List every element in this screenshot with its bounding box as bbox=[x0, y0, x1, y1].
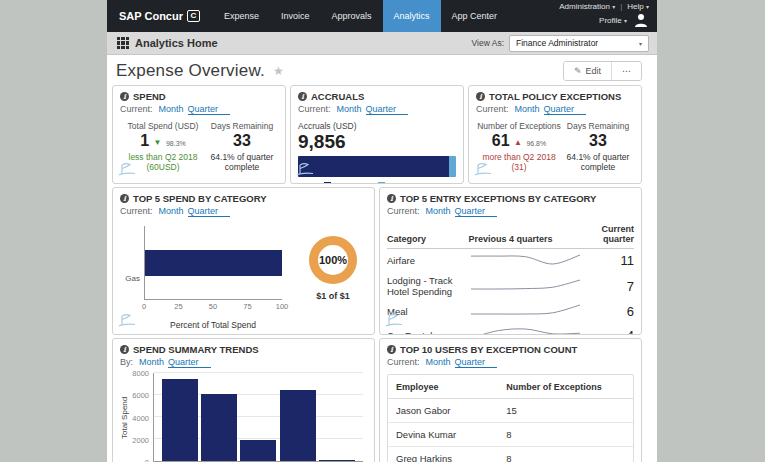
accruals-label: Accruals (USD) bbox=[298, 121, 456, 131]
days-remaining-metric: Days Remaining 33 64.1% of quarter compl… bbox=[562, 121, 634, 172]
table-row: Lodging - Track Hotel Spending7 bbox=[387, 273, 634, 300]
period-selector: Current:MonthQuarter bbox=[120, 104, 278, 116]
period-option-month[interactable]: Month bbox=[426, 357, 451, 367]
policy-delta-pct: 96.8% bbox=[526, 140, 546, 147]
apps-grid-icon[interactable] bbox=[117, 37, 129, 49]
analytics-home-bar: Analytics Home View As: Finance Administ… bbox=[107, 32, 657, 55]
edit-button[interactable]: ✎ Edit bbox=[564, 62, 611, 80]
donut-ring: 100% bbox=[309, 236, 357, 284]
legend-swatch bbox=[324, 182, 331, 184]
exception-count-cell: 8 bbox=[498, 423, 633, 447]
sparkline-cell bbox=[468, 273, 587, 300]
period-option-quarter[interactable]: Quarter bbox=[455, 206, 498, 217]
info-icon[interactable]: i bbox=[387, 345, 396, 354]
period-selector: Current:MonthQuarter bbox=[120, 206, 367, 218]
tab-invoice[interactable]: Invoice bbox=[270, 0, 321, 32]
administration-menu[interactable]: Administration ▾ bbox=[559, 2, 615, 11]
top-nav: SAP Concur C ExpenseInvoiceApprovalsAnal… bbox=[107, 0, 657, 32]
card-top10-users-title: TOP 10 USERS BY EXCEPTION COUNT bbox=[400, 344, 577, 355]
info-icon[interactable]: i bbox=[476, 92, 485, 101]
table-row: Jason Gabor15 bbox=[388, 399, 633, 423]
trend-sparkline bbox=[468, 325, 583, 335]
trend-sparkline bbox=[468, 251, 583, 267]
y-tick-8000: 8000 bbox=[132, 369, 149, 378]
desktop-background: SAP Concur C ExpenseInvoiceApprovalsAnal… bbox=[0, 0, 765, 462]
y-tick-4000: 4000 bbox=[132, 413, 149, 422]
accruals-legend: ApprovedUnsubmitted bbox=[298, 181, 456, 184]
page-actions: ✎ Edit ⋯ bbox=[563, 61, 642, 81]
days-remaining-label: Days Remaining bbox=[562, 121, 634, 131]
period-option-month[interactable]: Month bbox=[426, 206, 451, 216]
card-trends-title: SPEND SUMMARY TRENDS bbox=[133, 344, 259, 355]
trend-bar-3 bbox=[240, 440, 276, 461]
period-option-quarter[interactable]: Quarter bbox=[544, 104, 587, 115]
view-as-select[interactable]: Finance Administrator ▾ bbox=[509, 35, 649, 52]
period-option-month[interactable]: Month bbox=[337, 104, 362, 114]
period-option-month[interactable]: Month bbox=[159, 206, 184, 216]
period-label: By: bbox=[120, 357, 133, 367]
period-selector: Current:MonthQuarter bbox=[476, 104, 634, 116]
current-quarter-cell: 6 bbox=[587, 299, 634, 323]
period-option-quarter[interactable]: Quarter bbox=[168, 357, 211, 368]
ellipsis-icon: ⋯ bbox=[622, 66, 631, 76]
column-header-employee: Employee bbox=[388, 375, 498, 399]
table-row: Car Rental4 bbox=[387, 323, 634, 335]
exceptions-label: Number of Exceptions bbox=[476, 121, 562, 131]
triangle-up-icon: ▲ bbox=[514, 138, 522, 147]
category-axis-label: Gas bbox=[122, 274, 144, 283]
x-tick-75: 75 bbox=[243, 302, 251, 311]
profile-avatar-icon[interactable] bbox=[633, 12, 649, 28]
legend-label: Unsubmitted bbox=[388, 181, 430, 184]
period-option-month[interactable]: Month bbox=[139, 357, 164, 367]
caret-down-icon: ▾ bbox=[624, 18, 627, 24]
info-icon[interactable]: i bbox=[120, 92, 129, 101]
period-selector: By:MonthQuarter bbox=[120, 357, 367, 369]
y-axis-ticks: 02000400060008000 bbox=[129, 373, 153, 462]
caret-down-icon: ▾ bbox=[612, 4, 615, 10]
profile-menu[interactable]: Profile ▾ bbox=[599, 16, 627, 25]
trends-bars bbox=[154, 373, 363, 461]
tab-approvals[interactable]: Approvals bbox=[321, 0, 383, 32]
current-quarter-cell: 4 bbox=[587, 323, 634, 335]
tab-app-center[interactable]: App Center bbox=[441, 0, 509, 32]
card-top5-spend-title: TOP 5 SPEND BY CATEGORY bbox=[133, 193, 267, 204]
period-selector: Current:MonthQuarter bbox=[298, 104, 456, 116]
period-option-quarter[interactable]: Quarter bbox=[366, 104, 409, 115]
info-icon[interactable]: i bbox=[387, 194, 396, 203]
info-icon[interactable]: i bbox=[120, 345, 129, 354]
nav-tabs: ExpenseInvoiceApprovalsAnalyticsApp Cent… bbox=[213, 0, 508, 32]
card-spend-title: SPEND bbox=[133, 91, 166, 102]
table-row: Airfare11 bbox=[387, 248, 634, 273]
period-option-quarter[interactable]: Quarter bbox=[188, 104, 231, 115]
entry-table-body: Airfare11Lodging - Track Hotel Spending7… bbox=[387, 248, 634, 335]
favorite-star-icon[interactable]: ★ bbox=[273, 64, 284, 78]
y-tick-2000: 2000 bbox=[132, 435, 149, 444]
tab-analytics[interactable]: Analytics bbox=[383, 0, 441, 32]
legend-label: Approved bbox=[334, 181, 366, 184]
card-top5-entry-exceptions: i TOP 5 ENTRY EXCEPTIONS BY CATEGORY Cur… bbox=[379, 187, 642, 335]
x-axis-title: Percent of Total Spend bbox=[144, 320, 282, 330]
period-option-month[interactable]: Month bbox=[515, 104, 540, 114]
menu-separator: | bbox=[620, 2, 622, 11]
sparkline-cell bbox=[468, 248, 587, 273]
help-menu[interactable]: Help ▾ bbox=[627, 2, 649, 11]
total-spend-value: 1 bbox=[140, 132, 149, 149]
column-header-exception-count: Number of Exceptions bbox=[498, 375, 633, 399]
period-option-quarter[interactable]: Quarter bbox=[188, 206, 231, 217]
card-policy-exceptions: i TOTAL POLICY EXCEPTIONS Current:MonthQ… bbox=[468, 85, 642, 184]
employee-cell: Jason Gabor bbox=[388, 399, 498, 423]
column-header-current-quarter: Current quarter bbox=[587, 222, 634, 248]
period-option-month[interactable]: Month bbox=[159, 104, 184, 114]
concur-logo-icon: C bbox=[187, 10, 200, 22]
trend-bar-4 bbox=[280, 390, 316, 462]
total-spend-label: Total Spend (USD) bbox=[120, 121, 206, 131]
more-button[interactable]: ⋯ bbox=[611, 62, 641, 80]
column-header-previous-quarters: Previous 4 quarters bbox=[468, 222, 587, 248]
tab-expense[interactable]: Expense bbox=[213, 0, 270, 32]
current-quarter-cell: 11 bbox=[587, 248, 634, 273]
info-icon[interactable]: i bbox=[120, 194, 129, 203]
period-option-quarter[interactable]: Quarter bbox=[455, 357, 498, 368]
concur-watermark-icon bbox=[473, 160, 493, 181]
category-cell: Lodging - Track Hotel Spending bbox=[387, 273, 468, 300]
info-icon[interactable]: i bbox=[298, 92, 307, 101]
